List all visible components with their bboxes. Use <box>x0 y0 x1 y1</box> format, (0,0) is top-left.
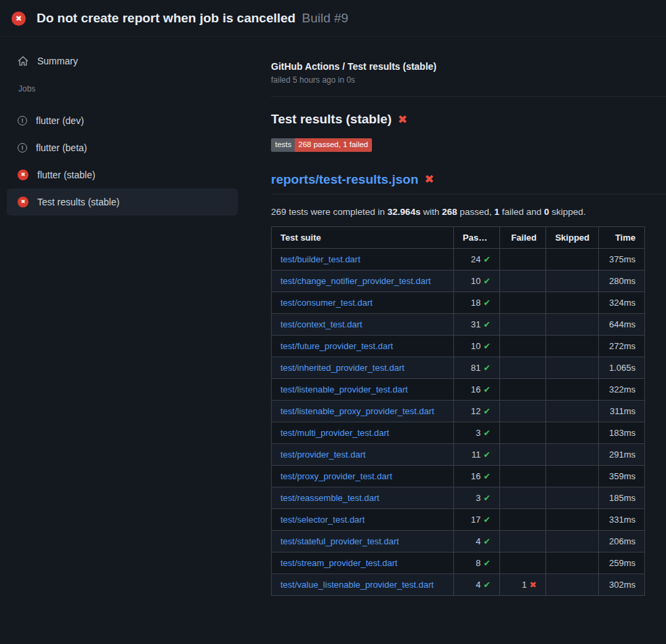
suite-cell: test/inherited_provider_test.dart <box>272 357 454 378</box>
sidebar-item-flutter-beta[interactable]: ! flutter (beta) <box>7 134 238 161</box>
summary-text: 269 tests were completed in <box>271 207 388 217</box>
failed-cell <box>500 552 546 573</box>
suite-link[interactable]: test/provider_test.dart <box>280 449 366 460</box>
suite-link[interactable]: test/future_provider_test.dart <box>280 341 393 351</box>
passed-cell: 31✔ <box>454 313 500 335</box>
passed-count: 16 <box>471 384 480 395</box>
passed-cell: 11✔ <box>454 443 500 465</box>
results-table: Test suite Passed Failed Skipped Time te… <box>271 226 645 596</box>
time-cell: 375ms <box>599 248 645 270</box>
x-icon: ✖ <box>16 15 22 22</box>
suite-link[interactable]: test/builder_test.dart <box>280 254 360 264</box>
skipped-cell <box>546 248 599 270</box>
suite-link[interactable]: test/stream_provider_test.dart <box>280 558 398 568</box>
failed-cell <box>500 291 546 313</box>
suite-link[interactable]: test/stateful_provider_test.dart <box>280 536 399 546</box>
suite-cell: test/multi_provider_test.dart <box>272 422 454 443</box>
job-status-glyph: ✖ <box>21 199 26 205</box>
time-cell: 206ms <box>599 530 645 552</box>
report-link[interactable]: reports/test-results.json <box>271 172 419 187</box>
summary-passed: 268 <box>442 207 457 217</box>
passed-cell: 24✔ <box>454 248 500 270</box>
failed-cell <box>500 508 546 530</box>
passed-count: 18 <box>471 298 480 308</box>
passed-cell: 3✔ <box>454 422 500 443</box>
failed-cell: 1✖ <box>500 573 546 595</box>
passed-count: 3 <box>476 493 480 503</box>
passed-cell: 18✔ <box>454 291 500 313</box>
time-cell: 259ms <box>599 552 645 573</box>
check-icon: ✔ <box>484 320 491 329</box>
time-cell: 272ms <box>599 335 645 357</box>
failed-icon: ✖ <box>12 12 26 26</box>
sidebar-item-summary[interactable]: Summary <box>7 47 238 75</box>
results-table-head: Test suite Passed Failed Skipped Time <box>272 226 645 248</box>
passed-count: 10 <box>471 341 480 351</box>
check-icon: ✔ <box>484 559 491 568</box>
table-row: test/multi_provider_test.dart 3✔ 183ms <box>272 422 645 443</box>
failed-cell <box>500 422 546 443</box>
table-row: test/context_test.dart 31✔ 644ms <box>272 313 645 335</box>
suite-cell: test/context_test.dart <box>272 313 454 335</box>
suite-link[interactable]: test/listenable_proxy_provider_test.dart <box>280 406 434 416</box>
suite-link[interactable]: test/consumer_test.dart <box>280 298 373 308</box>
sidebar-item-test-results-stable[interactable]: ✖ Test results (stable) <box>7 188 238 216</box>
sidebar-item-flutter-dev[interactable]: ! flutter (dev) <box>7 107 238 134</box>
suite-link[interactable]: test/proxy_provider_test.dart <box>280 471 392 481</box>
jobs-heading: Jobs <box>0 84 271 94</box>
failed-cell <box>500 530 546 552</box>
suite-link[interactable]: test/value_listenable_provider_test.dart <box>280 580 434 590</box>
section-title-text: Test results (stable) <box>271 112 392 127</box>
check-icon: ✔ <box>484 342 491 351</box>
suite-cell: test/provider_test.dart <box>272 443 454 465</box>
sidebar-item-label: Summary <box>37 56 78 66</box>
page-header: ✖ Do not create report when job is cance… <box>0 0 666 37</box>
passed-count: 16 <box>471 471 480 481</box>
table-row: test/proxy_provider_test.dart 16✔ 359ms <box>272 465 645 487</box>
check-icon: ✔ <box>484 255 491 264</box>
passed-count: 4 <box>476 580 480 590</box>
check-icon: ✔ <box>484 450 491 460</box>
col-skipped: Skipped <box>546 226 599 248</box>
suite-link[interactable]: test/selector_test.dart <box>280 515 365 525</box>
suite-cell: test/value_listenable_provider_test.dart <box>272 573 454 595</box>
check-icon: ✔ <box>484 580 491 590</box>
check-icon: ✔ <box>484 494 491 503</box>
suite-link[interactable]: test/multi_provider_test.dart <box>280 428 389 438</box>
failed-cell <box>500 443 546 465</box>
suite-cell: test/selector_test.dart <box>272 508 454 530</box>
table-row: test/stream_provider_test.dart 8✔ 259ms <box>272 552 645 573</box>
check-icon: ✔ <box>484 537 491 546</box>
check-icon: ✔ <box>484 428 491 438</box>
table-row: test/builder_test.dart 24✔ 375ms <box>272 248 645 270</box>
build-number: Build #9 <box>301 11 348 25</box>
suite-link[interactable]: test/context_test.dart <box>280 319 362 329</box>
suite-link[interactable]: test/change_notifier_provider_test.dart <box>280 276 431 286</box>
suite-cell: test/listenable_provider_test.dart <box>272 378 454 400</box>
passed-count: 12 <box>471 406 480 416</box>
passed-count: 17 <box>471 515 480 525</box>
skipped-cell <box>546 465 599 487</box>
breadcrumb: GitHub Actions / Test results (stable) <box>271 61 666 72</box>
sidebar-item-flutter-stable[interactable]: ✖ flutter (stable) <box>7 161 238 188</box>
passed-cell: 16✔ <box>454 378 500 400</box>
summary-line: 269 tests were completed in 32.964s with… <box>271 207 644 217</box>
job-status-glyph: ! <box>22 118 24 124</box>
home-icon <box>18 56 28 66</box>
time-cell: 324ms <box>599 291 645 313</box>
suite-link[interactable]: test/inherited_provider_test.dart <box>280 363 404 373</box>
skipped-cell <box>546 508 599 530</box>
tests-badge: tests 268 passed, 1 failed <box>271 138 372 152</box>
failed-cell <box>500 335 546 357</box>
failed-icon: ✖ <box>18 169 28 180</box>
time-cell: 183ms <box>599 422 645 443</box>
failed-cell <box>500 400 546 422</box>
col-failed: Failed <box>500 226 546 248</box>
failed-cell <box>500 248 546 270</box>
suite-link[interactable]: test/reassemble_test.dart <box>280 493 379 503</box>
failed-icon: ✖ <box>18 197 28 207</box>
skipped-cell <box>546 313 599 335</box>
table-row: test/inherited_provider_test.dart 81✔ 1.… <box>272 357 645 378</box>
suite-link[interactable]: test/listenable_provider_test.dart <box>280 384 408 395</box>
failed-cell <box>500 487 546 508</box>
